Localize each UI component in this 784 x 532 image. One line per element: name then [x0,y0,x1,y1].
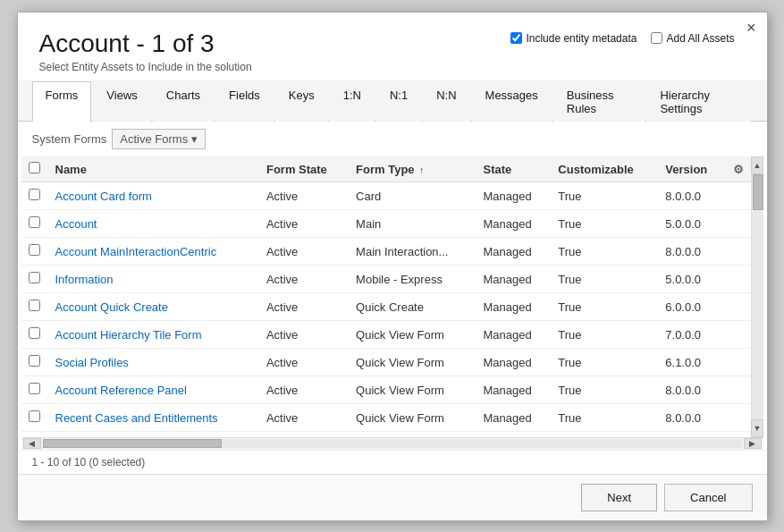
tab-views[interactable]: Views [93,81,150,122]
row-checkbox-cell[interactable] [21,238,48,266]
header-checkboxes: Include entity metadata Add All Assets [510,32,734,45]
sort-icon-form-type: ↑ [419,165,424,175]
row-checkbox[interactable] [29,410,40,422]
tab-charts[interactable]: Charts [153,81,214,122]
row-name[interactable]: Recent Cases and Entitlements [48,404,259,432]
scroll-track [752,174,763,418]
row-version: 8.0.0.0 [658,404,725,432]
row-customizable: True [551,238,658,266]
select-all-checkbox[interactable] [29,162,40,173]
tab-messages[interactable]: Messages [472,81,552,122]
horizontal-scrollbar[interactable]: ◀ ▶ [21,437,763,450]
col-form-state[interactable]: Form State [259,156,349,182]
tab-fields[interactable]: Fields [215,81,274,122]
row-checkbox[interactable] [29,244,40,256]
row-name[interactable]: Account Card form [48,182,259,210]
hscroll-right-arrow[interactable]: ▶ [744,438,762,449]
active-forms-dropdown[interactable]: Active Forms ▾ [112,129,206,149]
row-checkbox-cell[interactable] [21,210,48,238]
scroll-thumb[interactable] [753,174,763,210]
include-entity-metadata-label[interactable]: Include entity metadata [510,32,636,45]
row-checkbox[interactable] [29,355,40,367]
col-check[interactable] [21,156,48,182]
row-version: 8.0.0.0 [658,376,725,404]
row-checkbox[interactable] [29,300,40,311]
tab-keys[interactable]: Keys [275,81,328,122]
row-actions [726,182,751,210]
hscroll-left-arrow[interactable]: ◀ [23,438,41,449]
row-checkbox-cell[interactable] [21,266,48,293]
close-button[interactable]: × [746,20,756,36]
hscroll-thumb[interactable] [43,439,222,448]
tab-forms[interactable]: Forms [32,81,92,122]
vertical-scrollbar[interactable]: ▲ ▼ [751,156,763,436]
row-customizable: True [551,376,658,404]
row-actions [726,210,751,238]
row-form-state: Active [259,293,349,321]
row-customizable: True [551,210,658,238]
row-actions [726,293,751,321]
row-form-type: Card [349,182,476,210]
row-version: 6.1.0.0 [658,349,725,376]
row-name[interactable]: Account MainInteractionCentric [48,238,259,266]
row-checkbox-cell[interactable] [21,321,48,349]
row-form-type: Main Interaction... [349,238,476,266]
row-checkbox-cell[interactable] [21,404,48,432]
row-form-state: Active [259,210,349,238]
next-button[interactable]: Next [581,484,657,511]
row-checkbox[interactable] [29,216,40,228]
row-customizable: True [551,182,658,210]
row-actions [726,321,751,349]
row-actions [726,404,751,432]
row-form-state: Active [259,321,349,349]
tab-n1[interactable]: N:1 [376,81,421,122]
row-form-type: Main [349,210,476,238]
row-name[interactable]: Social Profiles [48,349,259,376]
row-state: Managed [476,266,552,293]
add-all-assets-label[interactable]: Add All Assets [651,32,734,45]
row-form-type: Quick Create [349,293,476,321]
row-checkbox-cell[interactable] [21,293,48,321]
row-checkbox[interactable] [29,383,40,394]
row-name[interactable]: Account Reference Panel [48,376,259,404]
row-form-type: Quick View Form [349,321,476,349]
col-customizable[interactable]: Customizable [551,156,658,182]
tab-business-rules[interactable]: Business Rules [553,81,645,122]
table-scroll[interactable]: Name Form State Form Type ↑ State [21,156,751,436]
row-checkbox-cell[interactable] [21,182,48,210]
col-settings-icon[interactable]: ⚙ [726,156,751,182]
row-version: 7.0.0.0 [658,321,725,349]
row-name[interactable]: Account Quick Create [48,293,259,321]
col-version[interactable]: Version [658,156,725,182]
tabs-bar: Forms Views Charts Fields Keys 1:N N:1 N… [18,80,767,122]
hscroll-track [43,439,742,448]
tab-1n[interactable]: 1:N [330,81,375,122]
row-form-type: Mobile - Express [349,266,476,293]
row-checkbox-cell[interactable] [21,349,48,376]
row-checkbox-cell[interactable] [21,376,48,404]
table-row: Account MainInteractionCentric Active Ma… [21,238,751,266]
scroll-up-arrow[interactable]: ▲ [751,156,763,174]
row-name[interactable]: Account [48,210,259,238]
include-entity-metadata-checkbox[interactable] [510,32,522,44]
row-name[interactable]: Account Hierarchy Tile Form [48,321,259,349]
row-customizable: True [551,321,658,349]
row-name[interactable]: Information [48,266,259,293]
scroll-down-arrow[interactable]: ▼ [751,419,763,437]
table-row: Social Profiles Active Quick View Form M… [21,349,751,376]
col-form-type[interactable]: Form Type ↑ [349,156,476,182]
row-checkbox[interactable] [29,327,40,339]
add-all-assets-checkbox[interactable] [651,32,662,44]
row-version: 5.0.0.0 [658,266,725,293]
dialog-header: Account - 1 of 3 Select Entity Assets to… [18,13,767,81]
row-actions [726,376,751,404]
col-name[interactable]: Name [48,156,259,182]
cancel-button[interactable]: Cancel [664,484,752,511]
row-checkbox[interactable] [29,272,40,283]
tab-hierarchy-settings[interactable]: Hierarchy Settings [646,81,750,122]
row-checkbox[interactable] [29,189,40,200]
tab-nn[interactable]: N:N [423,81,469,122]
system-forms-label: System Forms [32,132,107,146]
table-row: Account Card form Active Card Managed Tr… [21,182,751,210]
col-state[interactable]: State [476,156,552,182]
